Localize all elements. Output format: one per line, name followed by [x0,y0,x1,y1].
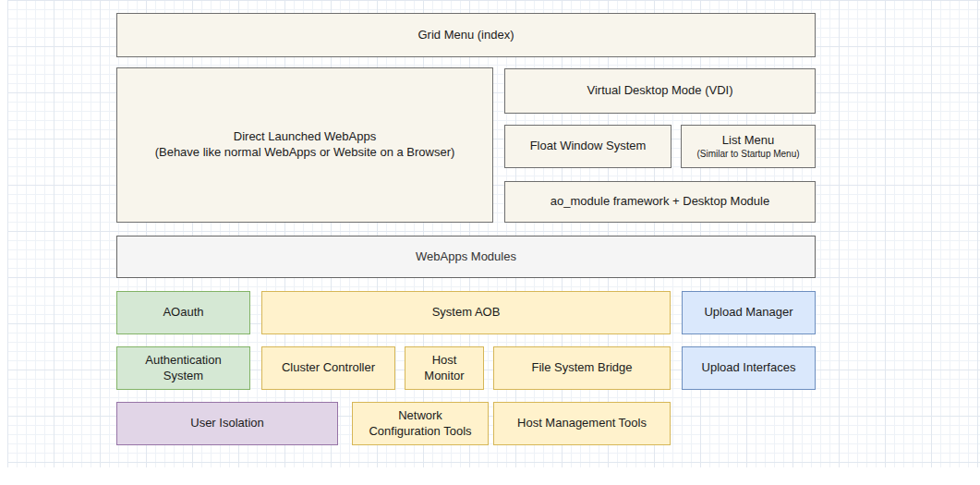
node-label: User Isolation [190,416,263,431]
nodes-layer: Grid Menu (index)Direct Launched WebApps… [0,0,980,485]
node-upload-interfaces[interactable]: Upload Interfaces [682,346,816,390]
node-label: Direct Launched WebApps (Behave like nor… [155,129,455,161]
node-sublabel: (Similar to Startup Menu) [696,149,799,161]
node-list-menu[interactable]: List Menu(Similar to Startup Menu) [681,125,816,168]
node-webapps-modules[interactable]: WebApps Modules [116,236,816,278]
node-host-management-tools[interactable]: Host Management Tools [493,402,671,445]
node-label: Float Window System [530,139,647,154]
node-authentication-system[interactable]: Authentication System [116,346,250,390]
node-label: ao_module framework + Desktop Module [550,194,769,210]
node-direct-launched-webapps[interactable]: Direct Launched WebApps (Behave like nor… [116,67,493,223]
node-label: Upload Manager [704,305,792,321]
node-host-monitor[interactable]: Host Monitor [405,346,484,390]
node-cluster-controller[interactable]: Cluster Controller [261,346,395,390]
node-user-isolation[interactable]: User Isolation [116,402,338,445]
node-grid-menu[interactable]: Grid Menu (index) [116,13,816,57]
node-file-system-bridge[interactable]: File System Bridge [493,346,671,390]
node-label: Network Configuration Tools [369,408,471,440]
node-label: Grid Menu (index) [417,28,514,43]
node-aoauth[interactable]: AOauth [116,291,250,334]
node-label: Cluster Controller [282,360,375,376]
node-label: AOauth [163,305,203,321]
node-label: Authentication System [145,353,221,384]
node-virtual-desktop-mode[interactable]: Virtual Desktop Mode (VDI) [504,68,816,114]
node-network-configuration-tools[interactable]: Network Configuration Tools [352,402,489,445]
node-label: WebApps Modules [416,249,516,265]
node-float-window-system[interactable]: Float Window System [504,125,671,168]
node-ao-module-framework[interactable]: ao_module framework + Desktop Module [504,181,816,223]
node-system-aob[interactable]: System AOB [261,291,671,334]
node-label: Upload Interfaces [702,360,796,376]
diagram-canvas: Grid Menu (index)Direct Launched WebApps… [0,0,980,485]
node-label: Virtual Desktop Mode (VDI) [587,83,733,99]
node-label: List Menu [722,133,774,149]
node-upload-manager[interactable]: Upload Manager [682,291,816,334]
node-label: Host Monitor [424,353,464,384]
node-label: File System Bridge [531,360,632,376]
node-label: System AOB [432,305,501,321]
node-label: Host Management Tools [517,416,647,431]
